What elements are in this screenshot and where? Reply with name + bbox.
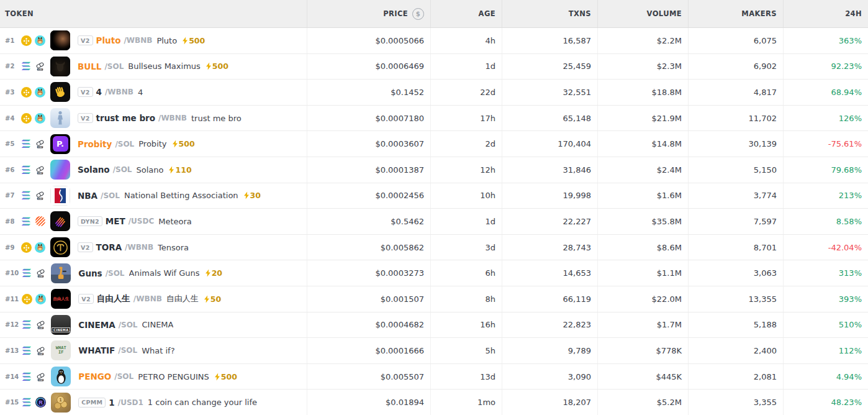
quote-token-label: /WBNB xyxy=(125,243,153,252)
boost-value: 500 xyxy=(221,372,237,381)
quote-token-label: /WBNB xyxy=(124,36,152,45)
token-name: CINEMA xyxy=(142,320,174,329)
column-header-24h-label: 24H xyxy=(845,9,862,18)
table-row[interactable]: #1 V2 Pluto /WBNB Pluto 500 $0.0005066 4… xyxy=(0,28,868,54)
txns-cell: 31,846 xyxy=(502,157,597,183)
table-row[interactable]: #14 SWAP PENGO /SOL PETRO PENGUINS 500 $… xyxy=(0,364,868,390)
table-row[interactable]: #15 R 1 CPMM 1 /USD1 1 coin can change y… xyxy=(0,390,868,415)
rank-label: #2 xyxy=(5,63,18,70)
solana-icon xyxy=(21,165,32,175)
column-header-token[interactable]: TOKEN xyxy=(0,0,307,27)
txns-cell: 19,998 xyxy=(502,183,597,209)
column-header-makers[interactable]: MAKERS xyxy=(688,0,783,27)
column-header-txns[interactable]: TXNS xyxy=(502,0,597,27)
dollar-circle-icon[interactable]: $ xyxy=(412,8,424,20)
volume-cell: $1.6M xyxy=(597,183,688,209)
age-cell: 1mo xyxy=(430,390,502,415)
table-row[interactable]: #3 V2 4 /WBNB 4 $0.1452 22d 32,551 $18.8… xyxy=(0,80,868,106)
column-header-txns-label: TXNS xyxy=(569,9,591,18)
makers-cell: 6,902 xyxy=(688,54,783,80)
column-header-price[interactable]: PRICE $ xyxy=(307,0,430,27)
txns-cell: 22,823 xyxy=(502,312,597,338)
table-row[interactable]: #5 SWAP P. Probity /SOL Probity 500 $0.0… xyxy=(0,131,868,157)
price-cell: $0.0003607 xyxy=(307,131,430,157)
change-24h-cell: 112% xyxy=(783,338,868,363)
table-row[interactable]: #7 SWAP NBA /SOL National Betting Associ… xyxy=(0,183,868,209)
token-image: WHATIF xyxy=(51,340,71,360)
svg-text:SWAP: SWAP xyxy=(38,353,43,355)
lightning-bolt-icon xyxy=(172,140,178,148)
makers-cell: 2,081 xyxy=(688,364,783,390)
age-cell: 22d xyxy=(430,80,502,105)
column-header-24h[interactable]: 24H xyxy=(783,0,868,27)
column-header-age[interactable]: AGE xyxy=(430,0,502,27)
txns-cell: 32,551 xyxy=(502,80,597,105)
raydium-icon: R xyxy=(35,397,46,408)
boost-badge[interactable]: 50 xyxy=(204,294,221,304)
table-row[interactable]: #11 自由人生 V2 自由人生 /WBNB 自由人生 50 $0.001507… xyxy=(0,286,868,312)
token-image xyxy=(51,263,71,283)
txns-cell: 170,404 xyxy=(502,131,597,157)
table-row[interactable]: #9 V2 TORA /WBNB Tensora $0.005862 3d 28… xyxy=(0,235,868,261)
quote-token-label: /SOL xyxy=(115,140,134,148)
token-name: National Betting Association xyxy=(124,191,238,200)
age-cell: 3d xyxy=(430,235,502,260)
change-24h-cell: 393% xyxy=(783,286,868,312)
quote-token-label: /SOL xyxy=(106,269,125,278)
token-symbol: Pluto xyxy=(96,35,121,45)
token-name: Meteora xyxy=(158,217,192,226)
txns-cell: 22,227 xyxy=(502,209,597,234)
svg-text:SWAP: SWAP xyxy=(37,198,42,200)
makers-cell: 3,355 xyxy=(688,390,783,415)
table-row[interactable]: #4 V2 trust me bro /WBNB trust me bro $0… xyxy=(0,106,868,132)
pool-version-badge: V2 xyxy=(78,35,93,45)
table-row[interactable]: #6 SWAP Solano /SOL Solano 110 $0.000138… xyxy=(0,157,868,183)
age-cell: 6h xyxy=(430,260,502,286)
svg-text:SWAP: SWAP xyxy=(38,378,43,381)
change-24h-cell: -75.61% xyxy=(783,131,868,157)
pumpswap-icon: SWAP xyxy=(35,139,45,149)
change-24h-cell: -42.04% xyxy=(783,235,868,260)
change-24h-cell: 313% xyxy=(783,260,868,286)
price-cell: $0.005507 xyxy=(307,364,430,390)
svg-text:SWAP: SWAP xyxy=(37,146,42,148)
token-name: Pluto xyxy=(156,36,177,45)
txns-cell: 3,090 xyxy=(502,364,597,390)
boost-badge[interactable]: 110 xyxy=(168,165,191,175)
rank-label: #3 xyxy=(5,89,18,96)
token-cell: #11 自由人生 V2 自由人生 /WBNB 自由人生 50 xyxy=(0,286,307,312)
token-symbol: Probity xyxy=(78,139,112,149)
table-row[interactable]: #13 SWAP WHATIF WHATIF /SOL What if? $0.… xyxy=(0,338,868,364)
table-row[interactable]: #2 SWAP BULL /SOL Bullseus Maximus 500 $… xyxy=(0,54,868,80)
price-cell: $0.0005066 xyxy=(307,28,430,53)
change-24h-cell: 4.94% xyxy=(783,364,868,390)
boost-value: 500 xyxy=(212,62,228,71)
quote-token-label: /SOL xyxy=(101,191,120,200)
token-cell: #7 SWAP NBA /SOL National Betting Associ… xyxy=(0,183,307,209)
volume-cell: $445K xyxy=(597,364,688,390)
table-row[interactable]: #12 SWAP CINEMA CINEMA /SOL CINEMA $0.00… xyxy=(0,312,868,339)
token-name: 自由人生 xyxy=(166,293,199,304)
quote-token-label: /WBNB xyxy=(158,114,187,122)
token-cell: #6 SWAP Solano /SOL Solano 110 xyxy=(0,157,307,183)
boost-badge[interactable]: 500 xyxy=(172,139,195,148)
column-header-volume[interactable]: VOLUME xyxy=(597,0,688,27)
token-name: Probity xyxy=(138,139,166,148)
boost-badge[interactable]: 500 xyxy=(214,372,237,381)
boost-badge[interactable]: 30 xyxy=(243,191,261,200)
solana-icon xyxy=(22,345,32,356)
pumpswap-icon: SWAP xyxy=(35,372,46,382)
table-row[interactable]: #10 SWAP Guns /SOL Animals Wif Guns 20 $… xyxy=(0,260,868,286)
pumpswap-icon: SWAP xyxy=(35,345,46,356)
age-cell: 8h xyxy=(430,286,502,312)
token-image xyxy=(51,367,71,386)
boost-badge[interactable]: 500 xyxy=(206,62,228,71)
table-row[interactable]: #8 DYN2 MET /USDC Meteora $0.5462 1d 22,… xyxy=(0,209,868,235)
svg-text:1: 1 xyxy=(59,398,61,402)
change-24h-cell: 48.23% xyxy=(783,390,868,415)
boost-badge[interactable]: 500 xyxy=(182,36,205,45)
boost-badge[interactable]: 20 xyxy=(205,268,222,278)
pancakeswap-icon xyxy=(35,35,45,46)
price-cell: $0.0002456 xyxy=(307,183,430,209)
age-cell: 2d xyxy=(430,131,502,157)
